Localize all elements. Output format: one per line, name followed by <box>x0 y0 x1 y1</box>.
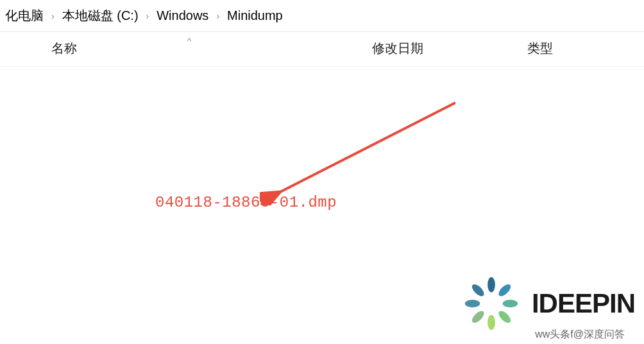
svg-point-9 <box>470 282 486 298</box>
file-list-area: ^ 名称 修改日期 类型 040118-18860-01.dmp <box>0 32 644 344</box>
watermark-logo: IDEEPIN <box>460 272 635 335</box>
annotation-filename: 040118-18860-01.dmp <box>155 194 337 211</box>
watermark-subtext: ww头条f@深度问答 <box>535 328 625 341</box>
column-header-name[interactable]: 名称 <box>51 40 77 57</box>
breadcrumb-item-drive-c[interactable]: 本地磁盘 (C:) <box>57 6 144 26</box>
svg-point-7 <box>470 309 486 325</box>
watermark-brand: IDEEPIN <box>532 288 635 319</box>
svg-point-5 <box>496 309 513 325</box>
breadcrumb-item-pc[interactable]: 化电脑 <box>0 6 49 26</box>
svg-line-1 <box>279 103 455 193</box>
svg-point-6 <box>487 315 495 331</box>
breadcrumb-item-windows[interactable]: Windows <box>151 7 214 24</box>
breadcrumb-item-minidump[interactable]: Minidump <box>222 7 288 24</box>
spinner-icon <box>460 272 523 335</box>
sort-indicator-icon: ^ <box>187 36 191 46</box>
column-header-type[interactable]: 类型 <box>527 40 553 57</box>
annotation-arrow-icon <box>260 96 465 205</box>
chevron-right-icon: › <box>214 11 222 21</box>
svg-point-2 <box>487 277 495 293</box>
breadcrumb: 化电脑 › 本地磁盘 (C:) › Windows › Minidump <box>0 0 644 32</box>
svg-point-4 <box>503 300 518 307</box>
svg-point-3 <box>496 282 513 298</box>
column-header-modified[interactable]: 修改日期 <box>372 40 423 57</box>
svg-point-8 <box>465 300 480 307</box>
columns-header: ^ 名称 修改日期 类型 <box>0 32 644 67</box>
chevron-right-icon: › <box>49 11 57 21</box>
chevron-right-icon: › <box>144 11 152 21</box>
